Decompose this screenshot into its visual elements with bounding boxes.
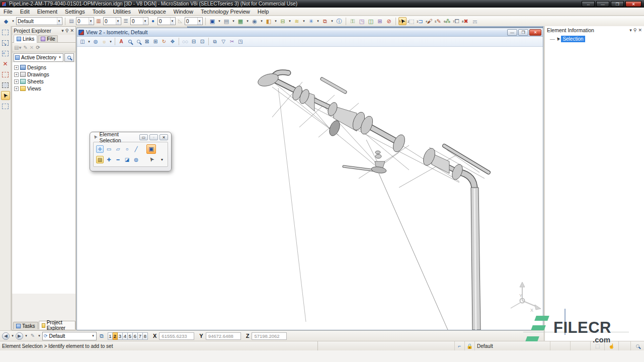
point-clouds-dropdown[interactable]: ▾ [260,19,264,23]
menu-element[interactable]: Element [37,9,57,15]
expand-icon[interactable]: + [14,79,19,84]
active-level-icon[interactable]: ▤ [68,17,75,25]
manipulate-tool-icon[interactable]: ⊐3 [417,17,425,25]
x-coordinate-field[interactable]: 61555.6233 [159,332,194,340]
panel-menu-icon[interactable]: ▾ [61,28,64,33]
dgn-index-icon[interactable] [631,341,644,350]
level-combo[interactable]: 0▾ [76,17,94,25]
line-weight-icon[interactable]: ● [149,17,156,25]
saved-views-icon[interactable]: ◧ [265,17,273,25]
dialog-close-button[interactable]: ✕ [159,134,168,140]
place-fence-icon[interactable] [1,28,10,37]
subtract-selection-icon[interactable]: ━ [114,156,122,163]
transparency-icon[interactable]: ◺ [177,17,184,25]
dialog-pin-button[interactable]: ▫ [149,134,158,140]
grid-icon[interactable]: ⊞ [376,17,384,25]
expand-icon[interactable]: + [14,72,19,77]
viewport[interactable]: Y X ➤ Element Selection ▭ ▫ ✕ ✛ ▭ ▱ ○ [77,47,543,330]
tab-file[interactable]: File [38,35,58,42]
view-close-button[interactable]: ✕ [529,29,541,36]
accusnap-icon[interactable]: ✳ [307,17,315,25]
line-style-combo-arrow[interactable]: ▾ [143,18,147,25]
zoom-out-icon[interactable] [134,38,142,46]
references-icon[interactable]: ▤ [222,17,230,25]
select-all-mode-icon[interactable]: ◍ [132,156,140,163]
view-toggle-8[interactable]: 8 [143,332,148,340]
snap-mode-icon[interactable]: ⌐ [455,341,465,350]
shape-mode-icon[interactable]: ▱ [114,145,122,153]
view-toggle-1[interactable]: 1 [108,332,113,340]
groups-tool-icon[interactable]: ⁂6 [444,17,452,25]
select-all-icon[interactable] [1,102,10,111]
references-dropdown[interactable]: ▾ [231,19,235,23]
view-display-style-icon[interactable]: ◍ [92,38,100,46]
view-toggle-5[interactable]: 5 [128,332,133,340]
view-attributes-dropdown[interactable]: ▾ [87,40,91,44]
tree-item-drawings[interactable]: + Drawings [14,71,75,78]
template-combo-arrow[interactable]: ▾ [57,18,61,25]
forward-dropdown[interactable]: ▾ [24,334,28,338]
active-level-indicator[interactable]: Default [475,341,550,350]
element-selection-tool-icon[interactable]: ➤1 [398,17,407,25]
individual-mode-icon[interactable]: ✛ [96,145,104,153]
expand-icon[interactable]: + [14,65,19,70]
drop-fence-contents-icon[interactable] [1,70,10,79]
markups-dropdown[interactable]: ▾ [288,19,292,23]
fault-icon[interactable]: ☝ [605,341,619,350]
pin-icon[interactable]: ⚲ [633,28,637,33]
window-area-icon[interactable]: ⊠ [143,38,151,46]
line-style-combo[interactable]: 0▾ [130,17,148,25]
tab-project-explorer[interactable]: Project Explorer [39,321,75,329]
back-dropdown[interactable]: ▾ [11,334,15,338]
brightness-dropdown[interactable]: ▾ [109,40,113,44]
selection-tree-item[interactable]: — ➤ Selection [545,34,644,42]
new-selection-icon[interactable]: ▨ [96,156,104,163]
menu-tools[interactable]: Tools [93,9,106,15]
circle-mode-icon[interactable]: ○ [123,145,131,153]
dock-window-button[interactable]: ↔ [582,1,595,7]
history-combo-arrow[interactable]: ▾ [91,334,95,338]
element-template-dropdown[interactable]: ▾ [11,19,15,23]
view-next-icon[interactable]: ⊡ [198,38,206,46]
models-icon[interactable]: ▣ [208,17,216,25]
template-combo[interactable]: Default ▾ [16,17,62,25]
modify-fence-icon[interactable]: ↘ [1,38,10,47]
expand-icon[interactable]: + [14,86,19,91]
menu-edit[interactable]: Edit [20,9,30,15]
panel-menu-icon[interactable]: ▾ [629,28,632,33]
level-manager-dropdown[interactable]: ▾ [302,19,306,23]
pan-view-icon[interactable]: ✥ [169,38,177,46]
transparency-combo-arrow[interactable]: ▾ [197,18,201,25]
help-info-icon[interactable]: ⓘ [335,17,343,25]
view-previous-icon[interactable]: ⊟ [190,38,198,46]
fit-view-icon[interactable]: ⊞ [151,38,159,46]
dialog-minimize-button[interactable]: ▭ [139,134,148,140]
element-selection-active-icon[interactable]: ➤ [1,91,10,100]
view-toggle-2[interactable]: 2 [113,332,118,340]
menu-window[interactable]: Window [174,9,193,15]
manipulate-fence-icon[interactable]: ∞ [1,49,10,58]
preview-icon[interactable]: ◳ [358,17,366,25]
search-button[interactable] [64,53,74,62]
view-restore-button[interactable]: ❒ [518,29,528,36]
pin-icon[interactable]: ⚲ [65,28,69,33]
tree-item-designs[interactable]: + Designs [14,64,75,71]
back-button[interactable]: ◀ [2,332,10,340]
delete-link-icon[interactable]: ✕ [30,45,34,50]
color-combo[interactable]: 0▾ [103,17,121,25]
add-selection-icon[interactable]: ✚ [105,156,113,163]
element-template-icon[interactable]: ◆ [2,17,10,25]
close-panel-icon[interactable]: ✕ [638,28,642,33]
view-toggle-6[interactable]: 6 [133,332,138,340]
block-mode-icon[interactable]: ▭ [105,145,113,153]
tab-tasks[interactable]: Tasks [13,322,38,329]
markups-icon[interactable]: ⊟ [279,17,287,25]
copy-fence-icon[interactable] [1,80,10,89]
fence-tool-icon[interactable]: ⬚2 [408,17,416,25]
models-dropdown[interactable]: ▾ [217,19,221,23]
saved-views-dropdown[interactable]: ▾ [274,19,278,23]
modify-tool-icon[interactable]: ⧠7 [453,17,461,25]
menu-help[interactable]: Help [258,9,269,15]
edit-link-icon[interactable]: ✎ [23,45,27,50]
y-coordinate-field[interactable]: 94672.6488 [206,332,241,340]
